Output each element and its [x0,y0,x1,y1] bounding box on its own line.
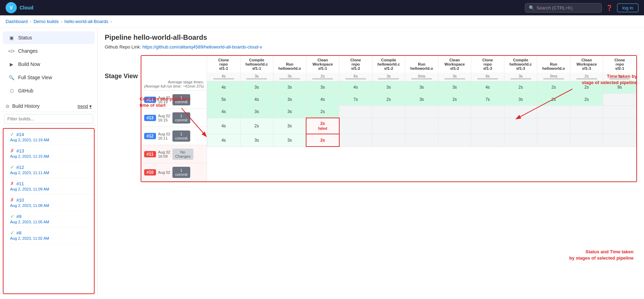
cell-10-3: 2s [306,134,339,147]
cell-10-7 [438,134,471,147]
cell-14-2: 3s [273,81,306,94]
sidebar-item-full-stage-view[interactable]: 🔍 Full Stage View [3,71,95,84]
annotation-time-taken: Time taken bystage of selected pipeline [582,73,637,86]
commit-btn-13[interactable]: 1commit [172,112,190,124]
build-item-12[interactable]: ✓ #12 Aug 2, 2023, 11:11 AM [3,162,94,178]
cell-13-11: 2s [570,94,603,106]
cell-11-6 [405,118,438,134]
search-icon: 🔍 [529,5,534,10]
commit-btn-12[interactable]: 1commit [172,130,190,142]
avg-5: 3s [372,73,405,81]
build-num-8[interactable]: #8 [16,230,21,236]
table-row-14: 4s 3s 3s 3s 4s 3s 3s 3s 4s 2s [207,81,636,94]
breadcrumb-pipeline[interactable]: hello-world-all-Boards [65,19,109,24]
sidebar-item-status[interactable]: ▣ Status [3,31,95,44]
cell-11-1: 2s [240,118,273,134]
avg-1: 3s [240,73,273,81]
build-num-14[interactable]: #14 [16,132,24,137]
build-tag-10: #10 [144,169,156,175]
avg-stage-note: Average stage times: [144,80,204,84]
build-num-11[interactable]: #11 [16,181,24,186]
cell-10-4 [339,134,372,147]
sidebar-item-github[interactable]: ⬡ GitHub [3,84,95,97]
build-tag-11: #11 [144,151,156,157]
build-list: ✓ #14 Aug 2, 2023, 11:19 AM ✗ #13 Aug 2,… [3,129,94,244]
cell-13-1: 4s [240,94,273,106]
sidebar: ▣ Status </> Changes ▶ Build Now 🔍 Full … [0,28,98,296]
build-num-9[interactable]: #9 [16,214,21,219]
stage-header-1: Compilehelloworld.csf1-1 [240,56,273,73]
build-tag-12: #12 [144,133,156,139]
nav-left: V Cloud [6,2,34,13]
avg-2: 3s [273,73,306,81]
changes-icon: </> [8,48,15,54]
cell-10-9 [504,134,537,147]
build-num-12[interactable]: #12 [16,165,24,170]
build-num-10[interactable]: #10 [16,197,24,203]
build-date-10: Aug 2, 2023, 11:08 AM [10,203,88,208]
stage-header-0: Clonereposf1-1 [207,56,240,73]
cell-13-0: 5s [207,94,240,106]
cell-12-12 [603,106,636,118]
cell-13-7: 2s [438,94,471,106]
annotation-all-builds: All builds ofselected pipeine [3,143,3,155]
cell-12-1: 3s [240,106,273,118]
main-content: Pipeline hello-world-all-Boards Github R… [98,28,644,296]
status-icon: ▣ [8,35,15,41]
no-changes-btn-11[interactable]: NoChanges [172,149,193,160]
cell-10-2: 3s [273,134,306,147]
build-status-success-14: ✓ [10,132,14,137]
cell-14-8: 4s [471,81,504,94]
cell-14-3: 3s [306,81,339,94]
cell-13-8: 7s [471,94,504,106]
table-row-10: 4s 3s 3s 2s [207,134,636,147]
cell-14-6: 3s [405,81,438,94]
stage-header-12: Clonereposf2-1 [603,56,636,73]
filter-input[interactable] [4,114,93,124]
build-time-13: Aug 02 16:15 [158,114,170,122]
cell-11-0: 4s [207,118,240,134]
search-bar[interactable]: 🔍 [525,3,602,13]
annotation-status-time: Status and Time takenby stages of select… [569,249,634,261]
build-num-13[interactable]: #13 [16,148,24,154]
sidebar-item-changes[interactable]: </> Changes [3,45,95,57]
timeline-column: Average stage times: (Average full run t… [141,56,207,181]
avg-0: 4s [207,73,240,81]
build-date-13: Aug 2, 2023, 11:15 AM [10,154,88,158]
github-icon: ⬡ [8,88,15,94]
cell-11-9 [504,118,537,134]
login-button[interactable]: log in [617,3,638,12]
build-item-11[interactable]: ✗ #11 Aug 2, 2023, 11:09 AM [3,178,94,194]
stage-header-7: CleanWorkspacesf1-2 [438,56,471,73]
build-date-9: Aug 2, 2023, 11:05 AM [10,220,88,224]
trend-button[interactable]: trend ▾ [77,104,92,109]
build-date-14: Aug 2, 2023, 11:19 AM [10,138,88,142]
build-history-section: ⊙ Build History trend ▾ [0,100,97,112]
stage-header-4: Clonereposf1-2 [339,56,372,73]
cell-14-10: 2s [537,81,570,94]
cell-12-6 [405,106,438,118]
cell-10-10 [537,134,570,147]
help-icon[interactable]: ❓ [606,5,613,11]
avg-4: 6s [339,73,372,81]
trend-label: trend [77,104,88,109]
build-item-13[interactable]: ✗ #13 Aug 2, 2023, 11:15 AM [3,145,94,162]
sidebar-item-build-now[interactable]: ▶ Build Now [3,58,95,70]
logo[interactable]: V Cloud [6,2,34,13]
build-history-left: ⊙ Build History [6,103,40,109]
commit-btn-10[interactable]: 1commit [172,167,190,178]
avg-3: 2s [306,73,339,81]
breadcrumb-dashboard[interactable]: Dashboard [6,19,28,24]
build-item-9[interactable]: ✓ #9 Aug 2, 2023, 11:05 AM [3,211,94,227]
cell-11-10 [537,118,570,134]
stage-header-6: Runhelloworld.o [405,56,438,73]
breadcrumb-demo-builds[interactable]: Demo builds [34,19,59,24]
build-item-14[interactable]: ✓ #14 Aug 2, 2023, 11:19 AM [3,129,94,145]
build-time-11: Aug 02 16:09 [158,150,170,158]
sidebar-nav: ▣ Status </> Changes ▶ Build Now 🔍 Full … [0,28,97,100]
search-input[interactable] [536,5,598,10]
build-item-8[interactable]: ✓ #8 Aug 2, 2023, 11:02 AM [3,227,94,244]
stage-header-2: Runhelloworld.o [273,56,306,73]
build-item-10[interactable]: ✗ #10 Aug 2, 2023, 11:08 AM [3,194,94,211]
github-repo-link[interactable]: https://github.com/alitariq4589/hellowor… [142,44,262,50]
